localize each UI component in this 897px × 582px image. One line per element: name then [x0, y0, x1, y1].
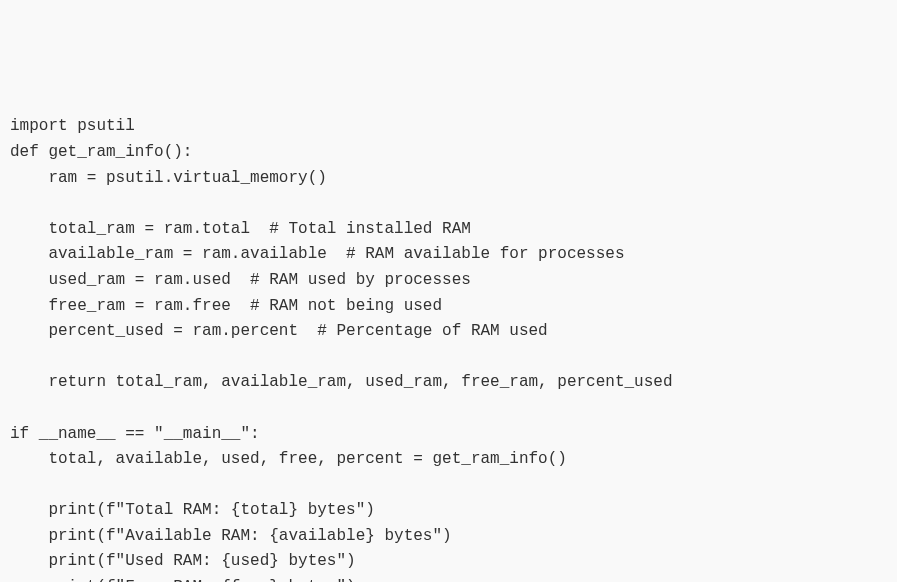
code-line: import psutil — [10, 114, 887, 140]
code-line: print(f"Total RAM: {total} bytes") — [10, 498, 887, 524]
code-line: available_ram = ram.available # RAM avai… — [10, 242, 887, 268]
code-line: total, available, used, free, percent = … — [10, 447, 887, 473]
code-block: import psutildef get_ram_info(): ram = p… — [10, 114, 887, 582]
code-line — [10, 345, 887, 371]
code-line: used_ram = ram.used # RAM used by proces… — [10, 268, 887, 294]
code-line — [10, 396, 887, 422]
code-line: free_ram = ram.free # RAM not being used — [10, 294, 887, 320]
code-line: ram = psutil.virtual_memory() — [10, 166, 887, 192]
code-line: return total_ram, available_ram, used_ra… — [10, 370, 887, 396]
code-line: print(f"Free RAM: {free} bytes") — [10, 575, 887, 582]
code-line — [10, 473, 887, 499]
code-line: def get_ram_info(): — [10, 140, 887, 166]
code-line: total_ram = ram.total # Total installed … — [10, 217, 887, 243]
code-line — [10, 191, 887, 217]
code-line: print(f"Available RAM: {available} bytes… — [10, 524, 887, 550]
code-line: if __name__ == "__main__": — [10, 422, 887, 448]
code-line: percent_used = ram.percent # Percentage … — [10, 319, 887, 345]
code-line: print(f"Used RAM: {used} bytes") — [10, 549, 887, 575]
